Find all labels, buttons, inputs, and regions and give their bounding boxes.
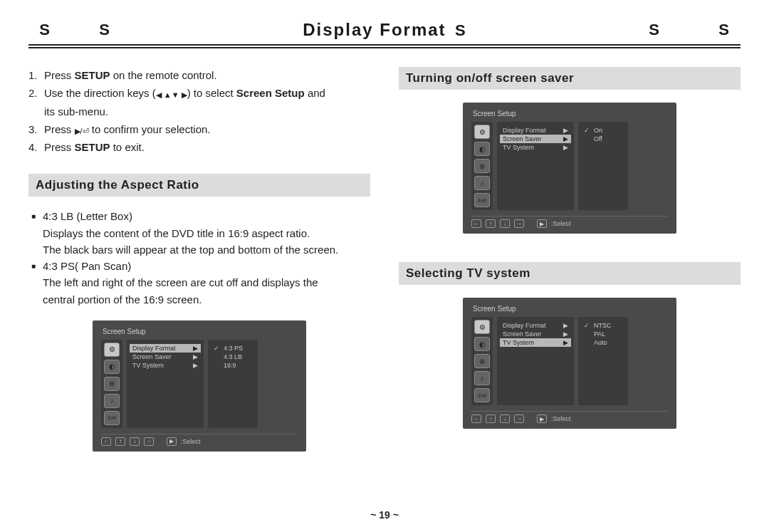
- osd-tab-icon: ⚙: [474, 320, 490, 334]
- osd-footer: ← ↑ ↓ → ▶ :Select: [101, 434, 298, 446]
- step-number: 1.: [28, 67, 44, 83]
- section-heading-tvsys: Selecting TV system: [399, 262, 741, 285]
- page-title: Display Format: [303, 20, 446, 39]
- decor-letter: S: [455, 21, 466, 39]
- aspect-bullets: ■ 4:3 LB (Letter Box) Displays the conte…: [28, 208, 370, 308]
- osd-menu: Display Format▶ Screen Saver▶ TV System▶: [497, 317, 574, 405]
- osd-tab-icon: ⊕: [474, 354, 490, 368]
- step-text: Press SETUP on the remote control.: [44, 67, 217, 83]
- nav-key-icon: ↑: [486, 219, 496, 228]
- bullet-head: 4:3 PS( Pan Scan): [43, 258, 131, 274]
- bullet-icon: ■: [31, 211, 43, 227]
- right-column: Turning on/off screen saver Screen Setup…: [399, 67, 741, 452]
- check-icon: ✓: [584, 322, 591, 329]
- osd-tab-icon: ◐: [474, 337, 490, 351]
- osd-tab-icon: ◐: [104, 360, 120, 374]
- step-number: 3.: [28, 121, 44, 137]
- osd-tab-icon: ⊕: [104, 377, 120, 391]
- nav-key-icon: ←: [101, 437, 111, 446]
- nav-key-icon: ←: [471, 414, 481, 423]
- osd-tab-icon: ⊕: [474, 159, 490, 173]
- check-icon: ✓: [214, 345, 221, 352]
- direction-keys-icon: ◀ ▲▼ ▶: [156, 90, 187, 99]
- nav-key-icon: →: [144, 437, 154, 446]
- osd-tab-icon: ♪: [104, 394, 120, 408]
- osd-screenshot-saver: Screen Setup ⚙ ◐ ⊕ ♪ Exit Display Format…: [463, 103, 676, 234]
- step-number: 2.: [28, 85, 44, 101]
- osd-tab-icon: Exit: [474, 388, 490, 402]
- divider: [28, 47, 741, 48]
- decor-letter: S: [641, 21, 668, 39]
- nav-key-icon: →: [514, 414, 524, 423]
- play-enter-icon: ▶/⏎: [75, 127, 89, 135]
- left-column: 1. Press SETUP on the remote control. 2.…: [28, 67, 370, 452]
- nav-key-icon: →: [514, 219, 524, 228]
- osd-menu: Display Format▶ Screen Saver▶ TV System▶: [497, 122, 574, 210]
- osd-title: Screen Setup: [473, 305, 668, 313]
- decor-letter: S: [91, 21, 118, 39]
- footer-label: :Select: [181, 438, 201, 445]
- decor-letter: S: [711, 21, 738, 39]
- intro-steps: 1. Press SETUP on the remote control. 2.…: [28, 67, 370, 155]
- bullet-head: 4:3 LB (Letter Box): [43, 208, 132, 224]
- step-number: 4.: [28, 139, 44, 155]
- osd-icon-column: ⚙ ◐ ⊕ ♪ Exit: [101, 340, 122, 428]
- osd-footer: ← ↑ ↓ → ▶ :Select: [471, 216, 668, 228]
- footer-label: :Select: [551, 220, 571, 227]
- nav-key-icon: ↓: [130, 437, 140, 446]
- footer-label: :Select: [551, 415, 571, 422]
- page-number: ~ 19 ~: [0, 509, 769, 521]
- osd-title: Screen Setup: [473, 110, 668, 118]
- bullet-desc: Displays the content of the DVD title in…: [31, 225, 370, 241]
- step-text: Use the direction keys (◀ ▲▼ ▶) to selec…: [44, 85, 325, 101]
- page-header: S S Display Format S S S: [28, 20, 741, 43]
- nav-key-icon: ↓: [500, 219, 510, 228]
- osd-tab-icon: ◐: [474, 142, 490, 156]
- step-text: Press ▶/⏎ to confirm your selection.: [44, 121, 210, 137]
- osd-tab-icon: ♪: [474, 176, 490, 190]
- osd-menu: Display Format▶ Screen Saver▶ TV System▶: [127, 340, 204, 428]
- osd-screenshot-aspect: Screen Setup ⚙ ◐ ⊕ ♪ Exit Display Format…: [93, 320, 306, 452]
- osd-tab-icon: ⚙: [104, 343, 120, 357]
- step-text: Press SETUP to exit.: [44, 139, 145, 155]
- step-text-indent: its sub-menu.: [28, 103, 108, 120]
- osd-footer: ← ↑ ↓ → ▶ :Select: [471, 411, 668, 423]
- check-icon: ✓: [584, 127, 591, 134]
- decor-letter: S: [31, 21, 58, 39]
- play-key-icon: ▶: [537, 219, 547, 228]
- section-heading-aspect: Adjusting the Aspect Ratio: [28, 174, 370, 197]
- osd-options: ✓On Off: [578, 122, 628, 210]
- bullet-desc: The black bars will appear at the top an…: [31, 241, 370, 258]
- osd-tab-icon: ♪: [474, 371, 490, 385]
- osd-icon-column: ⚙ ◐ ⊕ ♪ Exit: [471, 317, 493, 405]
- osd-title: Screen Setup: [103, 328, 298, 335]
- osd-tab-icon: Exit: [104, 411, 120, 425]
- play-key-icon: ▶: [537, 414, 547, 423]
- play-key-icon: ▶: [167, 437, 177, 446]
- bullet-icon: ■: [31, 261, 43, 277]
- osd-options: ✓NTSC PAL Auto: [578, 317, 628, 405]
- nav-key-icon: ↑: [486, 414, 496, 423]
- osd-tab-icon: Exit: [474, 193, 490, 207]
- osd-tab-icon: ⚙: [474, 125, 490, 139]
- osd-options: ✓4:3 PS 4:3 LB 16:9: [208, 340, 258, 428]
- osd-screenshot-tvsys: Screen Setup ⚙ ◐ ⊕ ♪ Exit Display Format…: [463, 298, 676, 429]
- nav-key-icon: ←: [471, 219, 481, 228]
- osd-icon-column: ⚙ ◐ ⊕ ♪ Exit: [471, 122, 493, 210]
- bullet-desc: The left and right of the screen are cut…: [31, 274, 370, 291]
- divider: [28, 44, 741, 46]
- nav-key-icon: ↑: [115, 437, 125, 446]
- nav-key-icon: ↓: [500, 414, 510, 423]
- bullet-desc: central portion of the 16:9 screen.: [31, 291, 370, 308]
- section-heading-saver: Turning on/off screen saver: [399, 67, 741, 90]
